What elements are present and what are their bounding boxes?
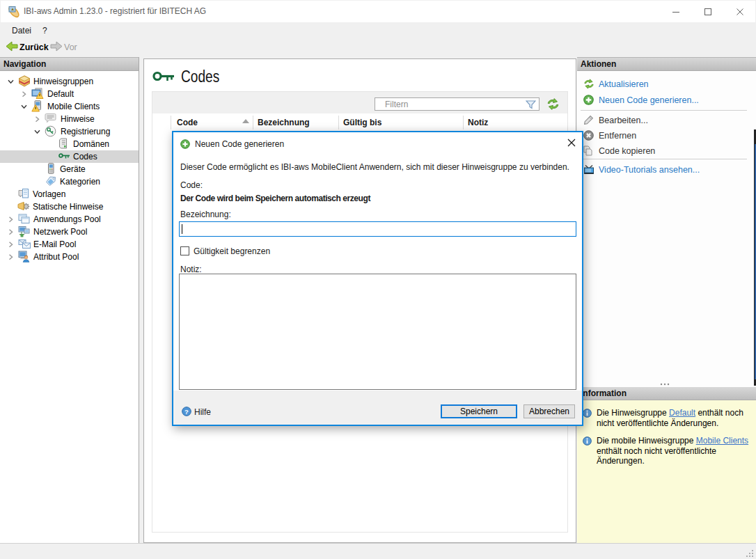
svg-text:?: ?	[184, 408, 189, 416]
